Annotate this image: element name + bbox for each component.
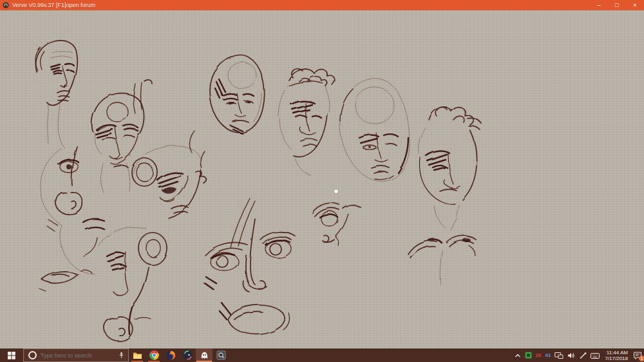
face-sketch-6 xyxy=(39,270,92,291)
taskbar-app-verve[interactable] xyxy=(196,348,213,362)
notification-badge: 1 xyxy=(639,356,644,361)
face-sketch-2 xyxy=(92,93,144,193)
file-explorer-icon xyxy=(133,350,142,360)
tray-display[interactable] xyxy=(553,348,565,362)
media-sphere-icon xyxy=(183,350,193,360)
face-sketch-15 xyxy=(133,80,152,113)
capture-tool-icon xyxy=(216,350,226,360)
taskbar: 26 41 xyxy=(0,348,644,362)
face-sketch-11 xyxy=(205,198,295,334)
cortana-icon[interactable] xyxy=(28,351,37,359)
microphone-icon[interactable] xyxy=(118,352,125,359)
taskbar-app-media-sphere[interactable] xyxy=(179,348,196,362)
clock-time: 11:44 AM xyxy=(605,350,628,356)
taskbar-search[interactable] xyxy=(23,348,129,362)
action-center-button[interactable]: 1 xyxy=(631,348,644,362)
drawing-canvas[interactable] xyxy=(0,10,644,348)
face-sketch-8 xyxy=(278,69,335,175)
face-sketch-4 xyxy=(41,146,104,274)
verve-icon xyxy=(200,350,209,360)
tray-volume[interactable] xyxy=(565,348,577,362)
display-icon xyxy=(554,352,564,359)
face-sketch-12 xyxy=(312,203,360,245)
window-title: Verve V0.99v.37 [F1]open forum xyxy=(12,2,95,8)
tray-overflow-chevron[interactable] xyxy=(513,348,523,362)
pen-icon xyxy=(579,352,587,359)
taskbar-app-firefox[interactable] xyxy=(162,348,179,362)
face-sketch-13 xyxy=(408,236,475,285)
system-tray: 26 41 xyxy=(513,348,644,362)
face-sketch-9 xyxy=(340,79,410,182)
face-sketch-1 xyxy=(35,41,77,148)
tray-sensor-blue[interactable]: 41 xyxy=(544,348,553,362)
face-sketch-14 xyxy=(190,131,207,183)
speaker-icon xyxy=(567,352,575,359)
tray-green-app[interactable] xyxy=(523,348,534,362)
chrome-icon xyxy=(149,350,159,360)
start-button[interactable] xyxy=(0,348,23,362)
ink-sketch-layer xyxy=(0,10,644,348)
firefox-icon xyxy=(166,350,176,360)
face-sketch-5 xyxy=(99,227,167,341)
taskbar-clock[interactable]: 11:44 AM 7/17/2018 xyxy=(601,350,631,361)
verve-logo-icon xyxy=(3,2,9,8)
taskbar-app-chrome[interactable] xyxy=(146,348,162,362)
tray-pen[interactable] xyxy=(577,348,589,362)
tray-touch-keyboard[interactable] xyxy=(589,348,601,362)
brush-cursor xyxy=(334,189,338,193)
windows-logo-icon xyxy=(8,352,15,359)
face-sketch-3 xyxy=(131,146,202,218)
maximize-button[interactable]: □ xyxy=(608,0,626,10)
tray-sensor-red[interactable]: 26 xyxy=(534,348,544,362)
verve-app-window: Verve V0.99v.37 [F1]open forum – □ × xyxy=(0,0,644,362)
keyboard-icon xyxy=(591,352,600,359)
taskbar-app-capture-tool[interactable] xyxy=(213,348,229,362)
titlebar[interactable]: Verve V0.99v.37 [F1]open forum – □ × xyxy=(0,0,644,10)
taskbar-app-file-explorer[interactable] xyxy=(129,348,146,362)
window-controls: – □ × xyxy=(590,0,644,10)
face-sketch-10 xyxy=(418,107,482,231)
green-utility-icon xyxy=(525,352,532,359)
chevron-up-icon xyxy=(515,353,521,358)
clock-date: 7/17/2018 xyxy=(605,356,628,361)
search-input[interactable] xyxy=(41,352,115,359)
face-sketch-7 xyxy=(210,55,265,133)
minimize-button[interactable]: – xyxy=(590,0,608,10)
close-button[interactable]: × xyxy=(626,0,644,10)
